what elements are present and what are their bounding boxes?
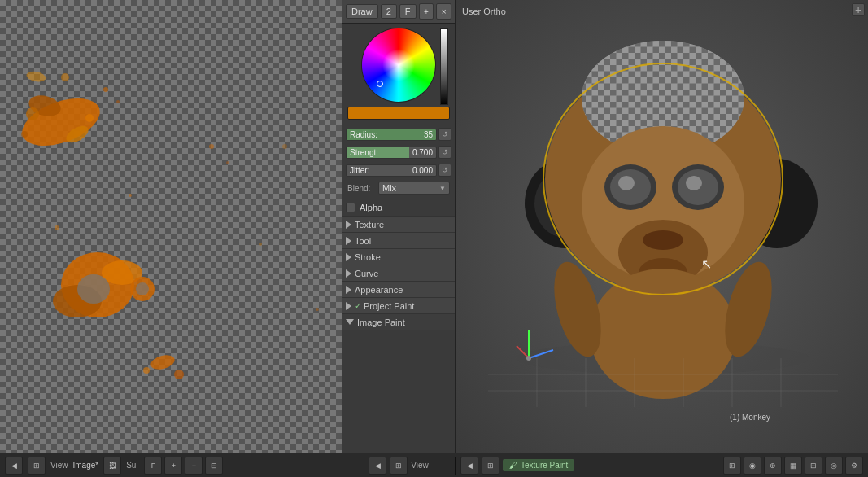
close-icon[interactable]: ×: [436, 3, 451, 20]
draw-button[interactable]: Draw: [346, 4, 378, 19]
status-mid-layout-icon[interactable]: ⊞: [390, 457, 408, 475]
viewport-add-button[interactable]: +: [852, 3, 865, 16]
tool-label: Tool: [355, 236, 371, 246]
image-paint-section[interactable]: Image Paint: [342, 313, 455, 330]
svg-point-38: [643, 230, 683, 250]
tool-panel-toolbar: Draw 2 F + ×: [342, 0, 455, 24]
add-icon[interactable]: +: [419, 3, 434, 20]
project-paint-section[interactable]: ✓ Project Paint: [342, 297, 455, 313]
project-paint-check-icon: ✓: [355, 301, 361, 310]
strength-value: 0.700: [412, 148, 433, 157]
checker-background: [0, 0, 342, 453]
3d-viewport: User Ortho +: [456, 0, 868, 453]
number-button[interactable]: 2: [381, 4, 397, 19]
blend-label: Blend:: [347, 184, 378, 193]
tool-properties: Radius: 35 ↺ Strengt: 0.700 ↺ Jitter: 0.…: [342, 123, 455, 199]
status-right-btn1[interactable]: ⊞: [723, 457, 741, 475]
paint-mode-icon: 🖌: [509, 461, 517, 470]
alpha-row: Alpha: [342, 199, 455, 216]
radius-reset-btn[interactable]: ↺: [438, 128, 451, 141]
color-wheel[interactable]: [362, 28, 435, 102]
radius-value: 35: [424, 130, 433, 139]
blend-row: Blend: Mix ▼: [346, 180, 451, 196]
status-left-arrow-icon[interactable]: ◀: [5, 457, 23, 475]
radius-label: Radius:: [350, 130, 377, 139]
tool-panel: Draw 2 F + × Radius: 35 ↺: [342, 0, 456, 453]
status-minus-btn[interactable]: −: [185, 457, 203, 475]
image-paint-label: Image Paint: [357, 317, 405, 327]
strength-label: Strengt:: [350, 148, 378, 157]
status-right-btn4[interactable]: ▦: [784, 457, 802, 475]
project-paint-label: Project Paint: [364, 301, 414, 311]
status-view-label2[interactable]: View: [411, 461, 429, 470]
status-bar: ◀ ⊞ View Image* 🖼 Su F + − ⊟ ◀ ⊞ View ◀ …: [0, 453, 868, 477]
stroke-label: Stroke: [355, 252, 381, 262]
jitter-label: Jitter:: [350, 166, 369, 175]
paint-mode-indicator[interactable]: 🖌 Texture Paint: [503, 459, 574, 471]
svg-point-44: [686, 176, 702, 190]
svg-point-43: [618, 176, 635, 190]
color-wheel-container: [342, 24, 455, 103]
status-bar-left: ◀ ⊞ View Image* 🖼 Su F + − ⊟: [0, 457, 342, 475]
jitter-row: Jitter: 0.000 ↺: [346, 162, 451, 178]
status-right-btn6[interactable]: ◎: [825, 457, 843, 475]
status-layout-icon[interactable]: ⊞: [28, 457, 46, 475]
stroke-triangle-icon: [346, 253, 351, 261]
jitter-reset-btn[interactable]: ↺: [438, 164, 451, 177]
texture-section[interactable]: Texture: [342, 216, 455, 232]
status-view-label[interactable]: View: [50, 461, 68, 470]
f-button[interactable]: F: [399, 4, 417, 19]
monkey-render: ↖: [488, 16, 838, 407]
svg-point-54: [526, 356, 531, 361]
appearance-section[interactable]: Appearance: [342, 281, 455, 297]
curve-label: Curve: [355, 269, 378, 278]
status-bar-middle: ◀ ⊞ View: [342, 457, 456, 475]
curve-section[interactable]: Curve: [342, 265, 455, 281]
monkey-label: (1) Monkey: [730, 413, 770, 422]
curve-triangle-icon: [346, 269, 351, 278]
blend-chevron-icon: ▼: [439, 185, 446, 192]
radius-row: Radius: 35 ↺: [346, 126, 451, 142]
status-img-icon[interactable]: 🖼: [103, 457, 121, 475]
status-right-btn5[interactable]: ⊟: [805, 457, 822, 475]
status-right-layout-icon[interactable]: ⊞: [482, 457, 499, 475]
texture-triangle-icon: [346, 221, 351, 229]
paint-mode-label: Texture Paint: [521, 461, 568, 470]
uv-image-editor: [0, 0, 342, 453]
strength-reset-btn[interactable]: ↺: [438, 146, 451, 159]
color-swatch[interactable]: [347, 107, 450, 120]
status-f-btn[interactable]: F: [144, 457, 162, 475]
color-selector-dot: [377, 81, 383, 87]
strength-row: Strengt: 0.700 ↺: [346, 144, 451, 160]
status-bar-right: ◀ ⊞ 🖌 Texture Paint ⊞ ◉ ⊕ ▦ ⊟ ◎ ⚙: [456, 457, 868, 475]
alpha-checkbox[interactable]: [346, 203, 355, 212]
svg-text:↖: ↖: [701, 257, 712, 271]
appearance-label: Appearance: [355, 285, 403, 295]
appearance-triangle-icon: [346, 286, 351, 294]
image-paint-triangle-icon: [346, 319, 354, 325]
status-plus-btn[interactable]: +: [164, 457, 182, 475]
status-right-arrow-icon[interactable]: ◀: [460, 457, 478, 475]
status-right-btn7[interactable]: ⚙: [845, 457, 863, 475]
status-mid-arrow-icon[interactable]: ◀: [369, 457, 386, 475]
tool-section[interactable]: Tool: [342, 232, 455, 248]
status-grid-btn[interactable]: ⊟: [205, 457, 223, 475]
brightness-slider[interactable]: [440, 28, 448, 105]
alpha-label: Alpha: [360, 203, 382, 212]
status-right-btn2[interactable]: ◉: [744, 457, 761, 475]
status-su-label: Su: [126, 461, 136, 470]
texture-label: Texture: [355, 220, 384, 230]
project-paint-triangle-icon: [346, 302, 351, 310]
svg-point-46: [590, 269, 736, 399]
blend-value: Mix: [382, 183, 396, 193]
status-image-name[interactable]: Image*: [73, 461, 99, 470]
tool-triangle-icon: [346, 237, 351, 245]
viewport-label: User Ortho: [462, 7, 506, 16]
jitter-value: 0.000: [412, 166, 433, 175]
blend-select[interactable]: Mix ▼: [378, 182, 450, 195]
stroke-section[interactable]: Stroke: [342, 248, 455, 265]
status-right-btn3[interactable]: ⊕: [764, 457, 782, 475]
